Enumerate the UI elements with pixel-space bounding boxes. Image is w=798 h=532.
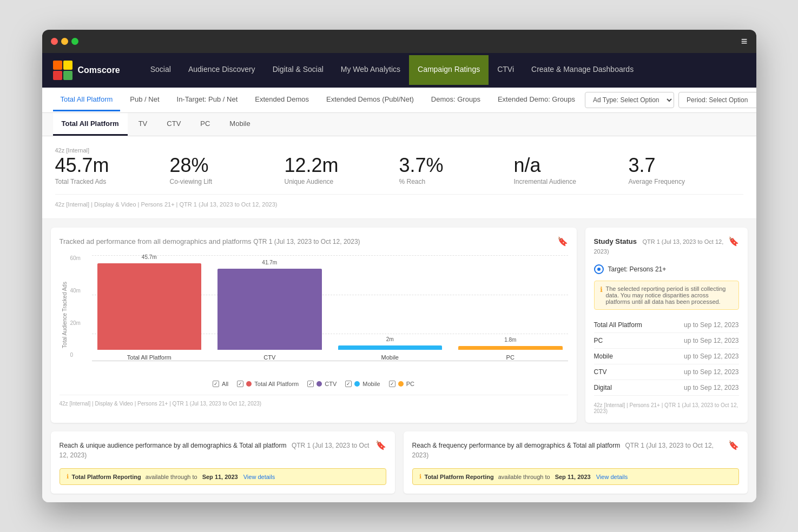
bars-container: 45.7m Total All Platform 41.7m CTV [92,255,568,361]
banner-bold-0: Total Platform Reporting [72,474,141,480]
target-row: Target: Persons 21+ [594,264,739,274]
sub-tab-extended-demo-groups[interactable]: Extended Demo: Groups [490,89,583,111]
legend-checkbox-pc[interactable] [389,381,395,387]
dot-green[interactable] [71,38,78,45]
y-label-20m: 20m [70,320,89,326]
bottom-card-1-bookmark[interactable]: 🔖 [728,440,739,450]
chart-card-header: Tracked ad performance from all demograp… [60,236,568,247]
study-platform-2: Mobile [594,349,662,364]
metric-reach: 3.7% % Reach [399,155,514,186]
metric-name-tracked-ads: Total Tracked Ads [55,178,159,185]
top-nav: Comscore Social Audience Discovery Digit… [42,53,756,88]
sub-tab-extended-demos-publ[interactable]: Extended Demos (Publ/Net) [319,89,421,111]
study-status-card: Study Status QTR 1 (Jul 13, 2023 to Oct … [585,228,748,423]
comscore-logo [53,61,72,80]
banner-suffix-1: available through to [498,474,550,480]
svg-rect-1 [63,61,72,70]
metric-name-incremental: Incremental Audience [514,178,618,185]
content-tab-tv[interactable]: TV [130,113,156,136]
grid-line-bottom [92,361,568,361]
nav-create-manage[interactable]: Create & Manage Dashboards [523,55,642,85]
content-tab-ctv[interactable]: CTV [158,113,189,136]
info-box: ℹ The selected reporting period is still… [594,281,739,310]
dot-red[interactable] [51,38,58,45]
y-axis-labels: 60m 40m 20m 0 [70,255,89,358]
chart-bookmark-icon[interactable]: 🔖 [557,236,568,247]
target-inner-dot [597,268,601,271]
main-nav: Social Audience Discovery Digital & Soci… [142,55,746,85]
sub-tab-in-target[interactable]: In-Target: Pub / Net [169,89,246,111]
study-table: Total All Platform up to Sep 12, 2023 PC… [594,317,739,396]
legend-all[interactable]: All [213,381,228,387]
bottom-card-0-bookmark[interactable]: 🔖 [375,440,386,450]
browser-chrome: ≡ [42,30,756,53]
nav-social[interactable]: Social [142,55,180,85]
legend-label-all: All [222,381,228,387]
metric-name-reach: % Reach [399,178,503,185]
target-text: Target: Persons 21+ [608,265,667,273]
nav-audience-discovery[interactable]: Audience Discovery [180,55,264,85]
content-tab-total-all-platform[interactable]: Total All Platform [53,113,128,136]
banner-link-1[interactable]: View details [596,474,628,480]
legend-checkbox-all[interactable] [213,381,219,387]
ad-type-dropdown[interactable]: Ad Type: Select Option [585,92,674,108]
svg-rect-3 [63,71,72,80]
content-tab-mobile[interactable]: Mobile [221,113,259,136]
legend-label-total: Total All Platform [254,381,299,387]
legend-checkbox-mobile[interactable] [345,381,352,387]
metric-value-tracked-ads: 45.7m [55,155,159,176]
legend-pc[interactable]: PC [389,381,414,387]
bar-name-1: CTV [263,354,275,361]
metric-total-tracked-ads: 45.7m Total Tracked Ads [55,155,170,186]
nav-campaign-ratings[interactable]: Campaign Ratings [409,55,489,85]
nav-my-web-analytics[interactable]: My Web Analytics [332,55,409,85]
study-platform-3: CTV [594,364,662,380]
bottom-card-0: Reach & unique audience performance by a… [51,431,395,494]
sub-tab-extended-demos[interactable]: Extended Demos [247,89,316,111]
legend-dot-pc [398,381,404,387]
content-tabs: Total All Platform TV CTV PC Mobile [42,113,756,136]
metrics-section: 42z [Internal] 45.7m Total Tracked Ads 2… [42,136,756,220]
study-date-1: up to Sep 12, 2023 [662,333,738,349]
bottom-card-0-title-text: Reach & unique audience performance by a… [60,442,287,449]
banner-link-0[interactable]: View details [243,474,275,480]
bar-total-all-platform: 45.7m Total All Platform [97,254,202,361]
sub-tab-pub-net[interactable]: Pub / Net [122,89,167,111]
bar-name-3: PC [506,354,515,361]
bottom-card-1-title-area: Reach & frequency performance by all dem… [412,440,728,460]
study-title-area: Study Status QTR 1 (Jul 13, 2023 to Oct … [594,236,728,256]
legend-checkbox-total[interactable] [237,381,243,387]
nav-digital-social[interactable]: Digital & Social [264,55,332,85]
metric-name-coviewing: Co-viewing Lift [170,178,274,185]
browser-window: ≡ Comscore Social Audience Discovery Dig… [42,30,756,503]
nav-ctvi[interactable]: CTVi [489,55,523,85]
study-platform-4: Digital [594,380,662,396]
legend-total-platform[interactable]: Total All Platform [237,381,299,387]
study-bookmark-icon[interactable]: 🔖 [728,236,739,247]
info-icon: ℹ [600,285,603,305]
content-tab-pc[interactable]: PC [192,113,219,136]
study-platform-1: PC [594,333,662,349]
sub-tab-total-all-platform[interactable]: Total All Platform [53,89,121,111]
bottom-card-1-header: Reach & frequency performance by all dem… [412,440,739,460]
chart-title-text: Tracked ad performance from all demograp… [60,237,252,245]
legend-ctv[interactable]: CTV [307,381,337,387]
main-content: Tracked ad performance from all demograp… [42,219,756,431]
y-label-0: 0 [70,352,89,358]
hamburger-icon[interactable]: ≡ [741,35,748,48]
legend-mobile[interactable]: Mobile [345,381,380,387]
bottom-card-1-title-text: Reach & frequency performance by all dem… [412,442,621,449]
study-row-4: Digital up to Sep 12, 2023 [594,380,739,396]
metric-value-avg-freq: 3.7 [629,155,733,176]
chart-plot-area: 45.7m Total All Platform 41.7m CTV [92,255,568,374]
chart-legend: All Total All Platform CTV Mobile [60,381,568,387]
study-row-1: PC up to Sep 12, 2023 [594,333,739,349]
study-card-header: Study Status QTR 1 (Jul 13, 2023 to Oct … [594,236,739,256]
metric-name-avg-freq: Average Frequency [629,178,733,185]
legend-dot-mobile [354,381,360,387]
dot-yellow[interactable] [61,38,68,45]
sub-tab-demos-groups[interactable]: Demos: Groups [424,89,488,111]
bar-name-0: Total All Platform [127,354,172,361]
legend-checkbox-ctv[interactable] [307,381,314,387]
period-dropdown[interactable]: Period: Select Option [678,92,756,108]
